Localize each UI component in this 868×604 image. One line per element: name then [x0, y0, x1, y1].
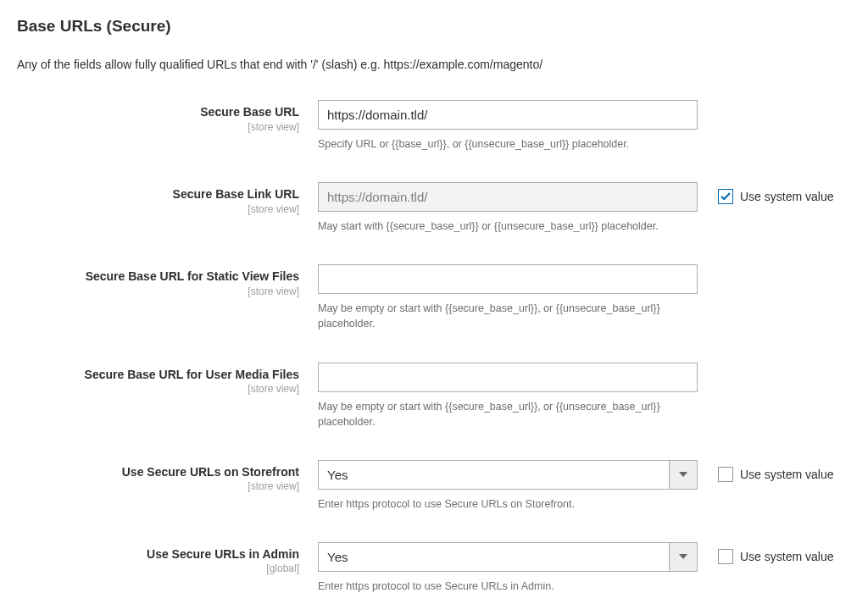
use-system-col: Use system value [698, 182, 833, 204]
field-scope: [store view] [17, 121, 299, 133]
row-static-url: Secure Base URL for Static View Files [s… [17, 264, 851, 331]
use-system-col: Use system value [698, 460, 833, 482]
label-col: Secure Base URL for Static View Files [s… [17, 264, 318, 297]
field-label: Use Secure URLs on Storefront [17, 465, 299, 480]
label-col: Secure Base Link URL [store view] [17, 182, 318, 215]
row-admin: Use Secure URLs in Admin [global] Enter … [17, 542, 851, 594]
field-hint: May be empty or start with {{secure_base… [318, 301, 698, 331]
value-col: Enter https protocol to use Secure URLs … [318, 542, 698, 594]
admin-select[interactable] [318, 542, 698, 572]
field-label: Secure Base Link URL [17, 187, 299, 202]
field-hint: Enter https protocol to use Secure URLs … [318, 579, 698, 594]
secure-base-url-input[interactable] [318, 100, 698, 130]
field-scope: [store view] [17, 203, 299, 215]
field-label: Secure Base URL for User Media Files [17, 368, 299, 383]
secure-media-url-input[interactable] [318, 363, 698, 392]
row-media-url: Secure Base URL for User Media Files [st… [17, 363, 851, 429]
section-description: Any of the fields allow fully qualified … [17, 58, 851, 71]
section-title: Base URLs (Secure) [17, 17, 851, 36]
use-system-value-checkbox[interactable] [718, 549, 733, 564]
value-col: May be empty or start with {{secure_base… [318, 264, 698, 331]
use-system-value-label[interactable]: Use system value [740, 190, 833, 203]
field-hint: May be empty or start with {{secure_base… [318, 399, 698, 429]
label-col: Secure Base URL [store view] [17, 100, 318, 133]
label-col: Use Secure URLs in Admin [global] [17, 542, 318, 575]
value-col: Specify URL or {{base_url}}, or {{unsecu… [318, 100, 698, 152]
field-scope: [store view] [17, 480, 299, 492]
field-hint: Enter https protocol to use Secure URLs … [318, 496, 698, 512]
use-system-col: Use system value [698, 542, 833, 564]
secure-base-link-url-input [318, 182, 698, 212]
field-label: Use Secure URLs in Admin [17, 547, 299, 562]
select-wrap [318, 460, 698, 490]
storefront-select[interactable] [318, 460, 698, 490]
use-system-value-label[interactable]: Use system value [740, 468, 833, 481]
secure-static-url-input[interactable] [318, 264, 698, 294]
row-secure-base-url: Secure Base URL [store view] Specify URL… [17, 100, 851, 152]
field-scope: [store view] [17, 285, 299, 297]
row-storefront: Use Secure URLs on Storefront [store vie… [17, 460, 851, 512]
field-label: Secure Base URL [17, 105, 299, 120]
field-label: Secure Base URL for Static View Files [17, 269, 299, 285]
use-system-value-label[interactable]: Use system value [740, 550, 833, 563]
use-system-value-checkbox[interactable] [718, 467, 733, 482]
field-hint: May start with {{secure_base_url}} or {{… [318, 219, 698, 234]
value-col: May start with {{secure_base_url}} or {{… [318, 182, 698, 234]
field-scope: [global] [17, 562, 299, 574]
field-scope: [store view] [17, 383, 299, 395]
select-wrap [318, 542, 698, 572]
value-col: Enter https protocol to use Secure URLs … [318, 460, 698, 512]
label-col: Secure Base URL for User Media Files [st… [17, 363, 318, 396]
value-col: May be empty or start with {{secure_base… [318, 363, 698, 429]
row-secure-base-link-url: Secure Base Link URL [store view] May st… [17, 182, 851, 234]
use-system-value-checkbox[interactable] [718, 189, 733, 204]
label-col: Use Secure URLs on Storefront [store vie… [17, 460, 318, 493]
checkmark-icon [721, 192, 731, 201]
field-hint: Specify URL or {{base_url}}, or {{unsecu… [318, 136, 698, 152]
